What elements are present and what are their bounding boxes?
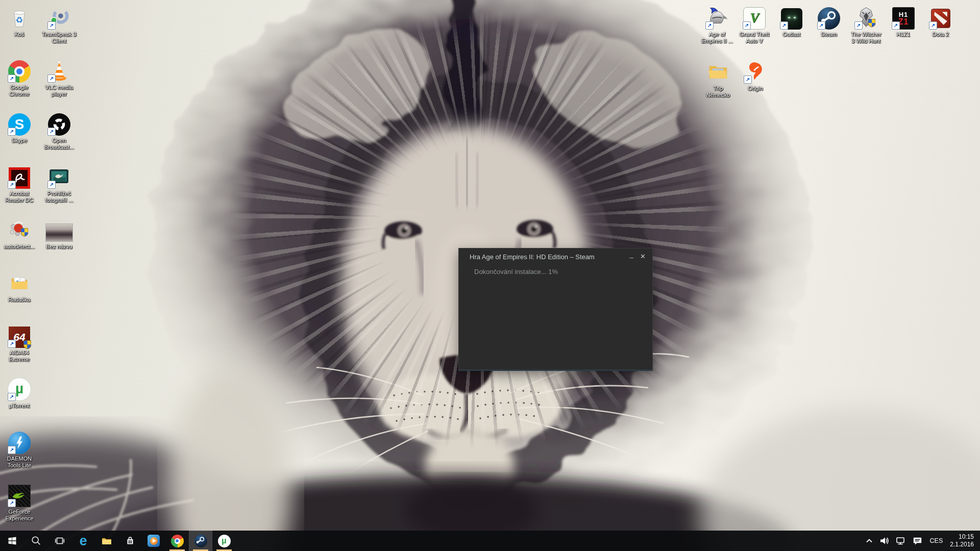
- desktop-icon-daemon-tools[interactable]: ↗ DAEMON Tools Lite: [0, 429, 39, 469]
- desktop-icon-gta-v[interactable]: V↗ Grand Theft Auto V: [735, 4, 774, 44]
- shortcut-arrow-icon: ↗: [8, 74, 16, 83]
- search-icon: [31, 535, 42, 546]
- shortcut-arrow-icon: ↗: [8, 446, 16, 454]
- tray-clock[interactable]: 10:15 2.1.2016: [947, 531, 977, 551]
- steam-install-dialog: Hra Age of Empires II: HD Edition – Stea…: [458, 248, 653, 371]
- media-player-icon: [148, 535, 160, 547]
- taskbar-utorrent-button[interactable]: µ: [212, 531, 236, 551]
- desktop-icon-skype[interactable]: S↗ Skype: [0, 110, 39, 144]
- taskbar: e µ: [0, 531, 980, 551]
- taskbar-task-view-button[interactable]: [48, 531, 71, 551]
- tray-volume-button[interactable]: [876, 531, 893, 551]
- age-of-empires-helmet-icon: ↗: [698, 4, 737, 30]
- desktop-icon-raduska[interactable]: e pdf Raduška: [0, 269, 39, 303]
- desktop-icon-aida64[interactable]: 64 ↗ AIDA64 Extreme: [0, 322, 39, 363]
- utorrent-icon: µ: [218, 535, 231, 547]
- vlc-cone-icon: ↗: [40, 57, 79, 83]
- dota2-icon: ↗: [921, 4, 960, 30]
- shortcut-arrow-icon: ↗: [744, 76, 752, 84]
- desktop-icon-utorrent[interactable]: µ↗ µTorrent: [0, 375, 39, 409]
- desktop-icon-autodetect[interactable]: autodetect...: [0, 216, 39, 250]
- install-status-text: Dokončování instalace... 1%: [474, 268, 558, 276]
- desktop-icon-origin[interactable]: ↗ Origin: [736, 58, 775, 92]
- tray-action-center-button[interactable]: [909, 531, 926, 551]
- folder-icon: [101, 535, 113, 547]
- shortcut-arrow-icon: ↗: [8, 393, 16, 401]
- teamspeak-icon: ↗: [40, 4, 79, 30]
- clock-time: 10:15: [950, 533, 974, 541]
- system-tray: CES 10:15 2.1.2016: [862, 531, 980, 551]
- tray-overflow-chevron[interactable]: [862, 531, 876, 551]
- shortcut-arrow-icon: ↗: [8, 499, 16, 507]
- desktop-icon-age-of-empires[interactable]: ↗ Age of Empires II ...: [698, 4, 737, 44]
- recycle-glyph: ♻: [16, 15, 23, 25]
- minimize-button[interactable]: _: [630, 251, 633, 258]
- taskbar-search-button[interactable]: [24, 531, 48, 551]
- aida64-icon: 64 ↗: [0, 322, 39, 348]
- desktop-icon-teamspeak[interactable]: ↗ TeamSpeak 3 Client: [40, 4, 79, 44]
- h1z1-icon: H1Z1 ↗: [884, 4, 923, 30]
- store-bag-icon: [124, 535, 136, 547]
- shortcut-arrow-icon: ↗: [8, 340, 16, 348]
- taskbar-edge-button[interactable]: e: [71, 531, 95, 551]
- desktop-icon-dota2[interactable]: ↗ Dota 2: [921, 4, 960, 38]
- windows-logo-icon: [7, 536, 17, 546]
- steam-icon: ↗: [810, 4, 848, 30]
- close-button[interactable]: ✕: [640, 253, 646, 260]
- tray-network-button[interactable]: [893, 531, 909, 551]
- acrobat-reader-icon: ↗: [0, 163, 39, 189]
- desktop-icon-kos[interactable]: ♻ Koš: [0, 4, 39, 38]
- chrome-icon: ↗: [0, 57, 39, 83]
- desktop-icon-h1z1[interactable]: H1Z1 ↗ H1Z1: [884, 4, 923, 38]
- desktop-icon-trip-nemecko[interactable]: Trip Německo: [699, 58, 738, 98]
- dialog-title: Hra Age of Empires II: HD Edition – Stea…: [470, 253, 595, 261]
- taskbar-steam-button[interactable]: [189, 531, 212, 551]
- chevron-up-icon: [865, 536, 874, 545]
- shortcut-arrow-icon: ↗: [780, 21, 788, 30]
- clock-date: 2.1.2016: [950, 541, 974, 548]
- daemon-tools-icon: ↗: [0, 429, 39, 454]
- desktop-icon-obs[interactable]: ↗ Open Broadcast...: [40, 110, 79, 151]
- desktop-icon-bez-nazvu[interactable]: Bez názvu: [40, 216, 79, 250]
- desktop-icon-acrobat-reader[interactable]: ↗ Acrobat Reader DC: [0, 163, 39, 204]
- shortcut-arrow-icon: ↗: [8, 128, 16, 136]
- taskbar-chrome-button[interactable]: [165, 531, 189, 551]
- recycle-bin-icon: ♻: [0, 4, 39, 30]
- shortcut-arrow-icon: ↗: [743, 21, 751, 30]
- desktop-icon-outlast[interactable]: ↗ Outlast: [772, 4, 811, 38]
- geforce-experience-icon: ↗: [0, 482, 39, 507]
- folder-photos-icon: [699, 58, 738, 84]
- photo-viewer-icon: ↗: [40, 163, 79, 189]
- desktop-icon-vlc[interactable]: ↗ VLC media player: [40, 57, 79, 97]
- autodetect-molecule-icon: [0, 216, 39, 242]
- obs-icon: ↗: [40, 110, 79, 136]
- taskbar-media-player-button[interactable]: [142, 531, 165, 551]
- image-file-thumbnail: [40, 216, 79, 242]
- desktop-icon-geforce-experience[interactable]: ↗ GeForce Experience: [0, 482, 39, 522]
- skype-icon: S↗: [0, 110, 39, 136]
- shortcut-arrow-icon: ↗: [892, 21, 900, 30]
- taskbar-store-button[interactable]: [118, 531, 142, 551]
- shortcut-arrow-icon: ↗: [817, 21, 825, 30]
- origin-icon: ↗: [736, 58, 775, 84]
- action-center-icon: [912, 535, 923, 547]
- taskbar-file-explorer-button[interactable]: [95, 531, 118, 551]
- desktop-icon-steam[interactable]: ↗ Steam: [810, 4, 848, 38]
- start-button[interactable]: [0, 531, 24, 551]
- shortcut-arrow-icon: ↗: [47, 74, 56, 83]
- desktop-icon-photo-viewer[interactable]: ↗ Prohlížeč fotografií ...: [40, 163, 79, 204]
- desktop-icon-witcher3[interactable]: ↗ The Witcher 3 Wild Hunt: [847, 4, 886, 44]
- shortcut-arrow-icon: ↗: [854, 21, 863, 30]
- tray-language-indicator[interactable]: CES: [926, 531, 947, 551]
- shortcut-arrow-icon: ↗: [705, 21, 714, 30]
- desktop-icon-google-chrome[interactable]: ↗ Google Chrome: [0, 57, 39, 97]
- utorrent-icon: µ↗: [0, 375, 39, 401]
- gta-v-icon: V↗: [735, 4, 774, 30]
- edge-icon: e: [79, 535, 87, 547]
- dialog-titlebar[interactable]: Hra Age of Empires II: HD Edition – Stea…: [459, 248, 652, 264]
- task-view-icon: [54, 535, 65, 546]
- steam-icon: [194, 535, 207, 547]
- outlast-icon: ↗: [772, 4, 811, 30]
- shortcut-arrow-icon: ↗: [47, 21, 56, 30]
- shortcut-arrow-icon: ↗: [47, 128, 56, 136]
